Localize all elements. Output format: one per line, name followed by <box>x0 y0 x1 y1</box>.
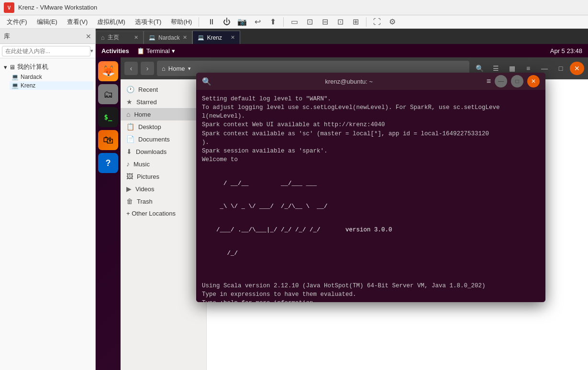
dock-help[interactable]: ? <box>98 153 118 173</box>
dock-firefox[interactable]: 🦊 <box>98 61 118 81</box>
toolbar-sep2 <box>283 17 284 27</box>
term-line-type2: Type :help for more information. <box>202 299 540 302</box>
sidebar-documents-label: Documents <box>138 136 170 143</box>
sidebar-pictures-label: Pictures <box>137 173 159 180</box>
sidebar-other-locations[interactable]: + Other Locations <box>121 207 206 219</box>
terminal-content[interactable]: Setting default log level to "WARN". To … <box>196 90 545 302</box>
menu-tab[interactable]: 选项卡(T) <box>130 17 166 27</box>
library-tree: ▾ 🖥 我的计算机 💻 Nardack 💻 Krenz <box>0 58 95 93</box>
dock-files[interactable]: 🗂 <box>98 84 118 104</box>
tab-nardack[interactable]: 💻 Nardack ✕ <box>144 31 192 44</box>
term-line-type1: Type in expressions to have them evaluat… <box>202 290 540 299</box>
sidebar-starred-label: Starred <box>136 98 157 106</box>
terminal-maximize-button[interactable]: □ <box>511 75 523 87</box>
terminal-title: krenz@ubuntu: ~ <box>215 78 483 85</box>
power-button[interactable]: ⏻ <box>220 16 233 28</box>
ubuntu-topbar: Activities 📋 Terminal ▾ Apr 5 23:48 <box>96 44 588 57</box>
sidebar-documents[interactable]: 📄 Documents <box>121 133 206 145</box>
tab-nardack-label: Nardack <box>158 34 180 41</box>
library-vm-nardack[interactable]: 💻 Nardack <box>10 73 93 81</box>
search-dropdown-icon[interactable]: ▾ <box>90 48 93 54</box>
tab-bar: ⌂ 主页 ✕ 💻 Nardack ✕ 💻 Krenz ✕ <box>96 29 588 44</box>
menu-view[interactable]: 查看(V) <box>62 17 92 27</box>
location-dropdown-icon: ▾ <box>188 65 191 72</box>
tab-home-label: 主页 <box>108 33 119 42</box>
vmware-logo: V <box>4 2 14 13</box>
sidebar-music-label: Music <box>133 161 150 168</box>
terminal-minimize-button[interactable]: — <box>495 75 507 87</box>
sidebar-recent[interactable]: 🕐 Recent <box>121 83 206 96</box>
sidebar-pictures[interactable]: 🖼 Pictures <box>121 170 206 183</box>
menu-vm[interactable]: 虚拟机(M) <box>92 17 130 27</box>
menu-edit[interactable]: 编辑(E) <box>32 17 62 27</box>
term-line-8: Welcome to <box>202 155 540 164</box>
firefox-icon: 🦊 <box>102 65 115 77</box>
send-button[interactable]: ⬆ <box>266 16 279 28</box>
tab-nardack-icon: 💻 <box>149 34 155 41</box>
terminal-menu[interactable]: 📋 Terminal ▾ <box>137 47 175 54</box>
revert-button[interactable]: ↩ <box>251 16 264 28</box>
library-search-input[interactable] <box>2 46 90 56</box>
tab-nardack-close[interactable]: ✕ <box>183 34 187 41</box>
sidebar-videos[interactable]: ▶ Videos <box>121 183 206 195</box>
vmware-menubar: 文件(F) 编辑(E) 查看(V) 虚拟机(M) 选项卡(T) 帮助(H) ⏸ … <box>0 15 588 29</box>
term-line-1: Setting default log level to "WARN". <box>202 95 540 103</box>
tab-krenz[interactable]: 💻 Krenz ✕ <box>192 31 240 44</box>
forward-button[interactable]: › <box>141 62 154 75</box>
vm-icon: 💻 <box>11 74 19 80</box>
library-tree-root[interactable]: ▾ 🖥 我的计算机 <box>2 61 93 73</box>
ubuntu-dock: 🦊 🗂 $_ 🛍 ? <box>96 57 121 370</box>
terminal-close-button[interactable]: ✕ <box>527 75 540 87</box>
view-btn2[interactable]: ⊡ <box>303 16 316 28</box>
library-close-button[interactable]: ✕ <box>86 33 91 40</box>
library-vm-krenz[interactable]: 💻 Krenz <box>10 81 93 90</box>
tab-home-close[interactable]: ✕ <box>134 34 138 41</box>
home-location-icon: ⌂ <box>162 65 166 72</box>
sidebar-trash[interactable]: 🗑 Trash <box>121 195 206 207</box>
topbar-datetime: Apr 5 23:48 <box>550 47 582 54</box>
close-button[interactable]: ✕ <box>570 62 584 75</box>
tab-home[interactable]: ⌂ 主页 ✕ <box>96 31 144 44</box>
pictures-icon: 🖼 <box>126 173 133 180</box>
toolbar-sep3 <box>366 17 366 27</box>
ubuntu-desktop: Activities 📋 Terminal ▾ Apr 5 23:48 🦊 🗂 … <box>96 44 588 370</box>
menu-help[interactable]: 帮助(H) <box>166 17 197 27</box>
back-button[interactable]: ‹ <box>124 62 138 75</box>
view-btn3[interactable]: ⊟ <box>318 16 332 28</box>
view-btn1[interactable]: ▭ <box>288 16 301 28</box>
term-line-using: Using Scala version 2.12.10 (Java HotSpo… <box>202 282 540 290</box>
dock-appstore[interactable]: 🛍 <box>98 130 118 150</box>
term-line-6: ). <box>202 138 540 147</box>
snapshot-button[interactable]: 📷 <box>235 16 249 28</box>
fullscreen-button[interactable]: ⛶ <box>370 16 384 28</box>
settings-button[interactable]: ⚙ <box>386 16 399 28</box>
vm-icon2: 💻 <box>11 82 19 89</box>
terminal-menu-button[interactable]: ≡ <box>487 77 491 86</box>
pause-button[interactable]: ⏸ <box>205 16 218 28</box>
sidebar-starred[interactable]: ★ Starred <box>121 96 206 108</box>
library-tree-children: 💻 Nardack 💻 Krenz <box>2 73 93 90</box>
main-area: ⌂ 主页 ✕ 💻 Nardack ✕ 💻 Krenz ✕ Activities … <box>96 29 588 370</box>
sidebar-desktop-label: Desktop <box>138 123 161 131</box>
view-btn5[interactable]: ⊞ <box>349 16 362 28</box>
sidebar-home[interactable]: ⌂ Home <box>121 108 206 120</box>
downloads-icon: ⬇ <box>126 148 132 155</box>
menu-file[interactable]: 文件(F) <box>2 17 32 27</box>
appstore-icon: 🛍 <box>103 134 113 146</box>
terminal-icon: 📋 <box>137 47 144 54</box>
sidebar-music[interactable]: ♪ Music <box>121 158 206 170</box>
music-icon: ♪ <box>126 160 130 168</box>
tab-krenz-close[interactable]: ✕ <box>231 34 235 41</box>
terminal-search-button[interactable]: 🔍 <box>202 77 211 86</box>
terminal-label: Terminal <box>146 47 170 54</box>
maximize-button[interactable]: □ <box>554 62 568 75</box>
activities-button[interactable]: Activities <box>101 47 129 54</box>
sidebar-downloads[interactable]: ⬇ Downloads <box>121 145 206 158</box>
sidebar-videos-label: Videos <box>135 185 155 193</box>
dock-terminal[interactable]: $_ <box>98 107 118 127</box>
trash-icon: 🗑 <box>126 197 133 205</box>
view-btn4[interactable]: ⊡ <box>333 16 347 28</box>
sidebar-desktop[interactable]: 📋 Desktop <box>121 120 206 133</box>
documents-icon: 📄 <box>126 135 134 143</box>
vm-label-nardack: Nardack <box>21 74 42 80</box>
